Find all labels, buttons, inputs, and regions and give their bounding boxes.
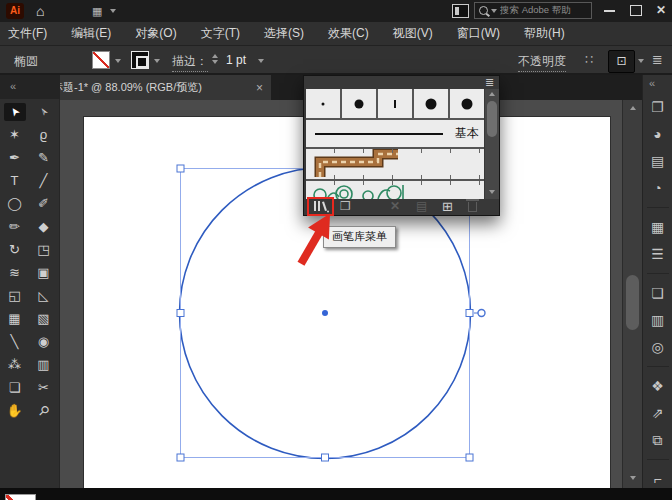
lasso-tool[interactable]: ϱ	[33, 126, 55, 144]
slice-tool[interactable]: ✂	[33, 379, 55, 397]
export-panel-icon[interactable]: ⇗	[652, 405, 664, 421]
rotate-tool[interactable]: ↻	[4, 241, 26, 259]
eraser-tool[interactable]: ◆	[33, 218, 55, 236]
fill-swatch[interactable]	[92, 51, 110, 69]
minimize-button[interactable]	[604, 10, 615, 12]
menubar-item-5[interactable]: 选择(S)	[264, 25, 304, 42]
symbols-panel-icon[interactable]: ◎	[651, 339, 663, 355]
fill-color-proxy[interactable]	[5, 494, 36, 500]
home-icon[interactable]: ⌂	[36, 2, 44, 20]
color-panel-icon[interactable]: ◕	[653, 126, 661, 142]
basic-brush-row[interactable]: 基本	[306, 120, 484, 147]
stroke-weight-label[interactable]: 描边：	[172, 53, 208, 72]
direct-selection-tool[interactable]: ➢	[33, 103, 55, 121]
free-transform-tool[interactable]: ▣	[33, 264, 55, 282]
menubar-item-3[interactable]: 对象(O)	[135, 25, 176, 42]
menubar-item-7[interactable]: 视图(V)	[393, 25, 433, 42]
brush-list-scrollbar[interactable]	[485, 89, 499, 199]
new-brush-icon[interactable]: ⊞	[442, 199, 453, 214]
brush-scrollbar-thumb[interactable]	[487, 101, 497, 137]
stroke-weight-value[interactable]: 1 pt	[226, 53, 246, 67]
brushes-panel-menu-icon[interactable]: ≣	[485, 77, 494, 88]
pattern-brush-row[interactable]	[306, 149, 484, 179]
tab-close-icon[interactable]: ×	[256, 81, 263, 95]
scrollbar-thumb[interactable]	[626, 275, 639, 330]
workspace-chevron-icon[interactable]	[110, 9, 116, 13]
delete-brush-icon[interactable]	[468, 202, 477, 212]
vertical-scrollbar[interactable]	[622, 100, 642, 488]
close-button[interactable]: ✕	[656, 3, 666, 17]
basic-brush-label: 基本	[455, 125, 479, 142]
pencil-tool[interactable]: ✏	[4, 218, 26, 236]
opacity-label[interactable]: 不透明度	[518, 53, 566, 72]
stroke-chevron-icon[interactable]	[154, 59, 160, 63]
artboard-tool[interactable]: ❏	[4, 379, 26, 397]
gradient-annotator-icon[interactable]: ▥	[651, 312, 664, 328]
shape-builder-tool[interactable]: ◱	[4, 287, 26, 305]
graph-tool[interactable]: ▥	[33, 356, 55, 374]
gradient-tool[interactable]: ▧	[33, 310, 55, 328]
mesh-tool[interactable]: ▦	[4, 310, 26, 328]
dock-expand-icon[interactable]: «	[649, 77, 655, 89]
transparency-panel-icon[interactable]: ❏	[651, 285, 664, 301]
swatch-libraries-panel-icon[interactable]: ▦	[651, 219, 664, 235]
calligraphic-brush-5[interactable]	[450, 89, 484, 118]
gradient-panel-icon[interactable]: ◔	[653, 180, 661, 196]
curvature-tool[interactable]: ✎	[33, 149, 55, 167]
artboards-panel-icon[interactable]: ⧉	[653, 432, 663, 448]
line-segment-tool[interactable]: ╱	[33, 172, 55, 190]
calligraphic-brush-4[interactable]	[414, 89, 448, 118]
menubar-item-6[interactable]: 效果(C)	[328, 25, 369, 42]
scroll-down-icon[interactable]	[630, 476, 636, 480]
layers-panel-icon[interactable]: ❖	[651, 378, 664, 394]
calligraphic-brush-3[interactable]	[378, 89, 412, 118]
style-chevron-icon[interactable]	[638, 59, 644, 63]
scroll-up-icon[interactable]	[630, 106, 636, 110]
transform-panel-icon[interactable]: ⌐	[653, 471, 661, 487]
brush-scroll-up-icon[interactable]	[489, 92, 495, 96]
style-button[interactable]: ⊡	[608, 50, 635, 73]
blend-tool[interactable]: ◉	[33, 333, 55, 351]
stroke-weight-chevron-icon[interactable]	[258, 59, 264, 63]
calligraphic-brush-2[interactable]	[342, 89, 376, 118]
swatches-panel-icon[interactable]: ▤	[651, 153, 664, 169]
menubar-item-8[interactable]: 窗口(W)	[457, 25, 500, 42]
menubar-item-2[interactable]: 编辑(E)	[71, 25, 111, 42]
width-tool[interactable]: ≋	[4, 264, 26, 282]
control-bar-menu-icon[interactable]: ≣	[652, 52, 663, 67]
search-input[interactable]: 搜索 Adobe 帮助	[474, 2, 592, 19]
menubar-item-9[interactable]: 帮助(H)	[524, 25, 565, 42]
graphic-styles-icon[interactable]: ∷	[585, 52, 593, 67]
center-point[interactable]	[322, 310, 328, 316]
paintbrush-tool[interactable]: ✐	[33, 195, 55, 213]
tools-collapse-icon[interactable]: «	[0, 75, 60, 99]
maximize-button[interactable]	[630, 5, 642, 16]
rotate-handle[interactable]	[478, 310, 485, 317]
pen-tool[interactable]: ✒	[4, 149, 26, 167]
ellipse-tool[interactable]: ◯	[4, 195, 26, 213]
document-tab[interactable]: 未标题-1* @ 88.09% (RGB/预览) ×	[33, 75, 271, 100]
fill-chevron-icon[interactable]	[115, 59, 121, 63]
calligraphic-brush-1[interactable]	[306, 89, 340, 118]
remove-brush-stroke-icon[interactable]: ✕	[390, 199, 400, 213]
selection-tool[interactable]: ➤	[4, 103, 26, 121]
stroke-swatch[interactable]	[131, 51, 149, 69]
brush-scroll-down-icon[interactable]	[489, 190, 495, 194]
type-tool[interactable]: T	[4, 172, 26, 190]
symbol-sprayer-tool[interactable]: ⁂	[4, 356, 26, 374]
magic-wand-tool[interactable]: ✶	[4, 126, 26, 144]
menubar-item-1[interactable]: 文件(F)	[8, 25, 47, 42]
brush-options-icon[interactable]: ▤	[416, 199, 427, 213]
workspace-switcher-icon[interactable]: ▦	[92, 5, 102, 17]
properties-panel-icon[interactable]: ❐	[651, 99, 664, 115]
brush-preview	[322, 102, 325, 105]
hand-tool[interactable]: ✋	[4, 402, 26, 420]
arrange-documents-icon[interactable]	[452, 4, 469, 18]
scale-tool[interactable]: ◳	[33, 241, 55, 259]
perspective-grid-tool[interactable]: ◺	[33, 287, 55, 305]
menubar-item-4[interactable]: 文字(T)	[201, 25, 240, 42]
stroke-panel-icon[interactable]: ☰	[651, 246, 664, 262]
stroke-weight-stepper[interactable]	[212, 54, 218, 64]
eyedropper-tool[interactable]: ╲	[4, 333, 26, 351]
zoom-tool[interactable]: ⚲	[33, 402, 55, 420]
